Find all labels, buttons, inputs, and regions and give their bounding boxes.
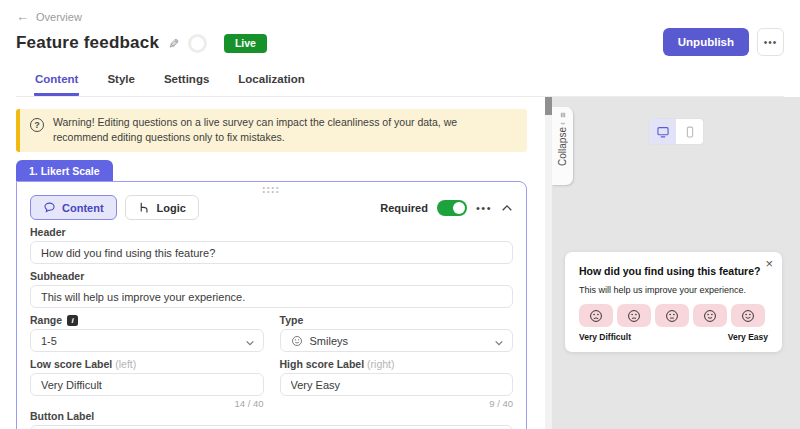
low-score-field-label: Low score Label (left): [30, 358, 264, 370]
topbar-actions: Unpublish •••: [663, 28, 784, 56]
content-segment-label: Content: [62, 202, 104, 214]
branch-logic-icon: [138, 201, 151, 214]
more-options-button[interactable]: •••: [757, 28, 784, 56]
progress-ring: [188, 34, 207, 53]
breadcrumb[interactable]: ← Overview: [16, 9, 784, 24]
back-arrow-icon[interactable]: ←: [16, 9, 29, 24]
subheader-field-input[interactable]: [30, 285, 513, 308]
caret-down-icon: [245, 337, 255, 349]
header-field-input[interactable]: [30, 241, 513, 264]
happy-smiley-icon[interactable]: [693, 304, 727, 327]
warning-banner: ? Warning! Editing questions on a live s…: [16, 109, 527, 152]
drag-handle-icon[interactable]: •••• ••••: [30, 186, 513, 194]
preview-pane: ≡ › Collapse × How did you find using th: [552, 97, 800, 429]
high-score-char-counter: 9 / 40: [280, 398, 514, 408]
very-happy-smiley-icon[interactable]: [731, 304, 765, 327]
very-sad-smiley-icon[interactable]: [579, 304, 613, 327]
logic-segment-label: Logic: [157, 202, 186, 214]
warning-question-icon: ?: [30, 118, 44, 132]
type-select-value: Smileys: [310, 335, 349, 347]
low-score-char-counter: 14 / 40: [30, 398, 264, 408]
collapse-grip-icon: ≡ ›: [558, 112, 568, 126]
scrollbar-thumb[interactable]: [545, 97, 552, 115]
device-toggle: [648, 118, 704, 145]
card-controls-right: Required •••: [380, 200, 513, 216]
tab-style[interactable]: Style: [106, 66, 136, 96]
tab-localization[interactable]: Localization: [237, 66, 305, 96]
collapse-panel-button[interactable]: ≡ › Collapse: [552, 107, 573, 185]
question-menu-icon[interactable]: •••: [476, 202, 492, 214]
high-score-input[interactable]: [280, 373, 514, 396]
mobile-phone-icon: [683, 125, 697, 139]
preview-question-subtitle: This will help us improve your experienc…: [579, 285, 768, 295]
survey-builder-app: ← Overview Feature feedback ✎ Live Unpub…: [0, 0, 800, 429]
caret-down-icon: [494, 337, 504, 349]
edit-pencil-icon[interactable]: ✎: [166, 38, 181, 49]
range-select[interactable]: 1-5: [30, 329, 264, 352]
smiley-type-icon: [291, 335, 303, 347]
question-badge[interactable]: 1. Likert Scale: [16, 160, 113, 181]
top-bar: ← Overview Feature feedback ✎ Live Unpub…: [0, 0, 800, 97]
low-score-input[interactable]: [30, 373, 264, 396]
close-icon[interactable]: ×: [765, 256, 773, 271]
header-field-label: Header: [30, 226, 513, 238]
back-label[interactable]: Overview: [36, 11, 82, 23]
tab-settings[interactable]: Settings: [163, 66, 210, 96]
neutral-smiley-icon[interactable]: [655, 304, 689, 327]
tab-content[interactable]: Content: [34, 66, 79, 96]
button-label-input[interactable]: [30, 425, 513, 429]
type-field-label: Type: [280, 314, 514, 326]
high-scale-label: Very Easy: [728, 332, 768, 342]
subheader-field-label: Subheader: [30, 270, 513, 282]
type-select[interactable]: Smileys: [280, 329, 514, 352]
collapse-card-chevron-icon[interactable]: [501, 203, 513, 213]
warning-text: Warning! Editing questions on a live sur…: [53, 115, 515, 145]
page-title: Feature feedback: [16, 33, 159, 53]
range-select-value: 1-5: [41, 335, 57, 347]
mobile-preview-button[interactable]: [676, 119, 703, 144]
required-toggle[interactable]: [437, 200, 467, 216]
toggle-knob: [453, 202, 465, 214]
survey-preview-card: × How did you find using this feature? T…: [565, 252, 782, 352]
editor-scrollbar[interactable]: [545, 97, 552, 429]
more-horizontal-icon: •••: [764, 37, 778, 48]
sad-smiley-icon[interactable]: [617, 304, 651, 327]
main-area: ? Warning! Editing questions on a live s…: [0, 97, 800, 429]
low-score-hint: (left): [115, 358, 136, 370]
status-badge: Live: [224, 34, 267, 53]
collapse-label: Collapse: [557, 127, 568, 166]
editor-pane: ? Warning! Editing questions on a live s…: [0, 97, 545, 429]
button-label-field-label: Button Label: [30, 410, 513, 422]
content-segment-button[interactable]: Content: [30, 195, 117, 220]
info-icon[interactable]: i: [67, 315, 78, 326]
unpublish-button[interactable]: Unpublish: [663, 28, 749, 56]
speech-bubble-icon: [43, 201, 56, 214]
high-score-field-label: High score Label (right): [280, 358, 514, 370]
desktop-monitor-icon: [656, 125, 670, 139]
smiley-scale: [579, 304, 768, 327]
logic-segment-button[interactable]: Logic: [125, 195, 199, 220]
card-controls: Content Logic Required •••: [30, 195, 513, 220]
tab-bar: Content Style Settings Localization: [16, 66, 784, 97]
scale-labels: Very Difficult Very Easy: [579, 332, 768, 342]
desktop-preview-button[interactable]: [649, 119, 676, 144]
preview-question-title: How did you find using this feature?: [579, 265, 768, 277]
low-scale-label: Very Difficult: [579, 332, 631, 342]
required-label: Required: [380, 202, 428, 214]
question-card: •••• •••• Content Logic: [16, 181, 527, 429]
range-field-label: Range i: [30, 314, 264, 326]
high-score-hint: (right): [367, 358, 394, 370]
